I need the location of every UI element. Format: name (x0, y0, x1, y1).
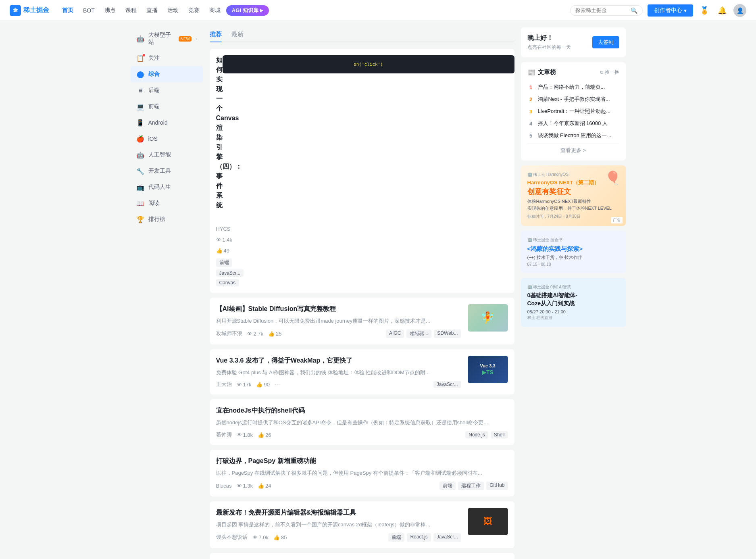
ad-title: 创意有奖征文 (527, 187, 619, 196)
ad-harmonyos[interactable]: 🏢 稀土云 HarmonyOS HarmonyOS NEXT（第二期） 创意有奖… (521, 165, 626, 226)
backend-icon: 🖥 (136, 86, 144, 94)
rank-number: 5 (527, 133, 535, 139)
bell-icon[interactable]: 🔔 (716, 4, 729, 17)
avatar[interactable]: 👤 (733, 4, 746, 17)
llm-icon: 🤖 (136, 35, 144, 43)
rank-item-5[interactable]: 5 谈谈我做 Electron 应用的这一... (527, 129, 619, 142)
search-icon[interactable]: 🔍 (631, 7, 637, 14)
tag[interactable]: 前端 (216, 259, 232, 267)
article-card: 最新发布！免费开源图片编辑器&海报编辑器工具 项目起因 事情是这样的，前不久看到… (210, 501, 514, 548)
ad-course-title: 0基础搭建AI智能体-Coze从入门到实战 (527, 292, 619, 307)
search-input[interactable] (575, 7, 627, 13)
sidebar-item-follow[interactable]: 📋 关注 (131, 50, 203, 66)
article-tags: AIGC 领域驱... SDWeb... (386, 330, 461, 338)
nav-shop[interactable]: 商城 (205, 4, 225, 17)
sidebar-item-ios[interactable]: 🍎 iOS (131, 131, 203, 147)
tag[interactable]: 远程工作 (458, 482, 484, 490)
ad-desc: 体验HarmonyOS NEXT最新特性实现你的创意应用，并于体验NEXT LE… (527, 198, 619, 211)
more-options[interactable]: ··· (275, 381, 280, 388)
sidebar-item-android[interactable]: 📱 Android (131, 115, 203, 131)
notification-dot (143, 54, 145, 56)
article-title[interactable]: 最新发布！免费开源图片编辑器&海报编辑器工具 (216, 508, 461, 517)
see-more-button[interactable]: 查看更多 > (527, 143, 619, 154)
ad-book[interactable]: 🏢 稀土掘金 掘金书 <鸿蒙的实践与探索> (++) 技术干货，争 技术作伴 0… (521, 231, 626, 273)
sidebar-item-devtools[interactable]: 🔧 开发工具 (131, 163, 203, 179)
article-title[interactable]: 打破边界，PageSpy 新增重磅功能 (216, 456, 508, 466)
tag[interactable]: React.js (407, 533, 431, 542)
sidebar-item-comprehensive[interactable]: ⬤ 综合 (131, 66, 203, 82)
greeting-subtitle: 点亮在社区的每一天 (527, 44, 571, 51)
tag[interactable]: GitHub (486, 482, 508, 490)
sidebar-item-codelife[interactable]: 📺 代码人生 (131, 179, 203, 195)
nav-bot[interactable]: BOT (79, 5, 99, 16)
article-author[interactable]: 攻城师不浪 (216, 330, 242, 337)
thumb-icon: 👍 (258, 432, 264, 438)
article-thumbnail[interactable]: 🖼 (468, 508, 508, 535)
logo[interactable]: 金 稀土掘金 (10, 5, 50, 16)
article-thumbnail[interactable]: on('click') (223, 55, 514, 73)
search-box[interactable]: 🔍 (570, 5, 643, 16)
sidebar-item-rank[interactable]: 🏆 排行榜 (131, 211, 203, 227)
rank-title-text: 文章榜 (538, 69, 556, 76)
article-content: 宜在nodeJs中执行的shell代码 虽然nodejs运行时提供了和OS交互的… (216, 406, 508, 438)
ad-course-brand: 🏢 稀土掘金 0到1AI智慧 (527, 284, 619, 290)
rank-refresh-button[interactable]: ↻ 换一换 (600, 69, 619, 76)
tag[interactable]: 前端 (388, 533, 404, 542)
tag[interactable]: JavaScr... (433, 381, 461, 388)
nav-courses[interactable]: 课程 (121, 4, 141, 17)
tag[interactable]: SDWeb... (434, 330, 461, 338)
sidebar-item-llm[interactable]: 🤖 大模型子站 NEW › (131, 27, 203, 50)
layout: 🤖 大模型子站 NEW › 📋 关注 ⬤ 综合 🖥 后端 💻 前端 📱 Andr… (124, 21, 632, 559)
like-count: 👍 85 (273, 534, 287, 540)
article-card: 如何实现一个Canvas渲染引擎（四）：事件系统 原生的canvas并没有提供事… (210, 49, 514, 293)
comprehensive-icon: ⬤ (136, 70, 144, 78)
article-meta: Blucas 👁 1.3k 👍 24 前端 远程工作 GitHub (216, 482, 508, 490)
nav-home[interactable]: 首页 (58, 4, 77, 17)
tag[interactable]: Canvas (216, 279, 239, 286)
nav-agi[interactable]: AGI 知识库 (226, 5, 269, 16)
rank-item-2[interactable]: 2 鸿蒙Next - 手把手教你实现省... (527, 93, 619, 105)
article-title[interactable]: 宜在nodeJs中执行的shell代码 (216, 406, 508, 415)
main-content: 推荐 最新 如何实现一个Canvas渲染引擎（四）：事件系统 原生的canvas… (210, 27, 514, 559)
tag[interactable]: 前端 (439, 482, 456, 490)
article-author[interactable]: Blucas (216, 483, 232, 489)
article-author[interactable]: HYCS (216, 226, 231, 232)
article-thumbnail[interactable]: 🧚 (468, 304, 508, 332)
tag[interactable]: AIGC (386, 330, 404, 338)
tab-recommend[interactable]: 推荐 (210, 27, 222, 42)
article-tags: Node.js Shell (465, 431, 508, 438)
sidebar-item-read[interactable]: 📖 阅读 (131, 195, 203, 211)
like-count: 👍 26 (258, 432, 271, 438)
article-author[interactable]: 慕仲卿 (216, 431, 232, 438)
rank-item-3[interactable]: 3 LivePortrait：一种让照片动起... (527, 105, 619, 117)
tag[interactable]: JavaScr... (216, 269, 244, 277)
checkin-button[interactable]: 去签到 (592, 36, 619, 48)
tag[interactable]: JavaScr... (433, 533, 461, 542)
article-title[interactable]: Vue 3.3.6 发布了，得益于WeakMap，它更快了 (216, 356, 461, 365)
create-btn[interactable]: 创作者中心 ▾ (648, 4, 693, 17)
article-author[interactable]: 王大治 (216, 381, 232, 388)
ad-course[interactable]: 🏢 稀土掘金 0到1AI智慧 0基础搭建AI智能体-Coze从入门到实战 08/… (521, 278, 626, 327)
tag[interactable]: 领域驱... (406, 330, 431, 338)
sidebar-item-frontend[interactable]: 💻 前端 (131, 98, 203, 115)
tab-latest[interactable]: 最新 (231, 27, 244, 42)
article-title[interactable]: 【AI绘画】Stable Diffusion写真完整教程 (216, 304, 461, 314)
article-thumbnail[interactable]: Vue 3.3 ▶TS (468, 356, 508, 383)
ai-icon: 🤖 (136, 151, 144, 159)
rank-item-1[interactable]: 1 产品：网络不给力，前端页... (527, 81, 619, 93)
sidebar-item-backend[interactable]: 🖥 后端 (131, 82, 203, 98)
nav-trending[interactable]: 沸点 (100, 4, 120, 17)
tag[interactable]: Node.js (465, 431, 488, 438)
nav-live[interactable]: 直播 (142, 4, 162, 17)
medal-icon[interactable]: 🏅 (698, 4, 711, 17)
article-author[interactable]: 馒头不想说话 (216, 534, 248, 541)
rank-header: 📰 文章榜 ↻ 换一换 (527, 69, 619, 76)
rank-refresh-label: 换一换 (605, 69, 619, 76)
sidebar-item-ai[interactable]: 🤖 人工智能 (131, 147, 203, 163)
ios-icon: 🍎 (136, 135, 144, 143)
rank-item-4[interactable]: 4 摇人！今年京东新招 16000 人 (527, 117, 619, 129)
tag[interactable]: Shell (491, 431, 508, 438)
header-right: 🔍 创作者中心 ▾ 🏅 🔔 👤 (570, 4, 746, 17)
nav-contest[interactable]: 竞赛 (184, 4, 204, 17)
nav-events[interactable]: 活动 (163, 4, 183, 17)
